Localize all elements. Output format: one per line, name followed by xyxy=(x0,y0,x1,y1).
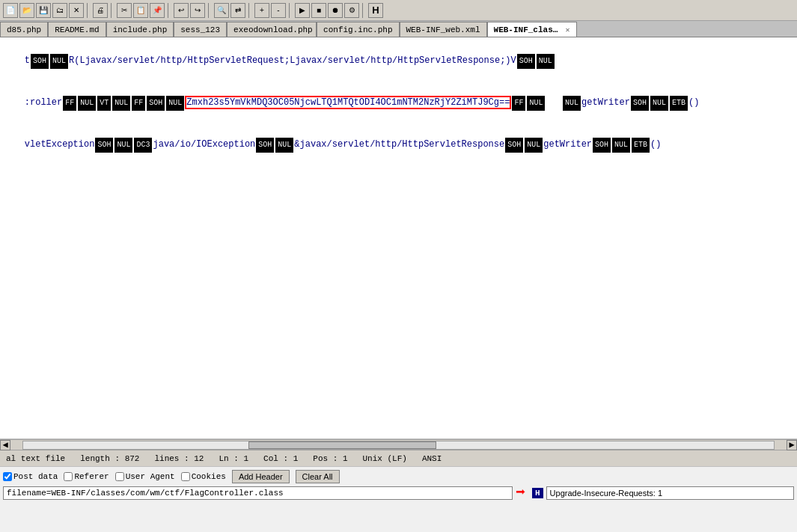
badge-dc3-1: DC3 xyxy=(134,138,152,153)
statusbar: al text file length : 872 lines : 12 Ln … xyxy=(0,450,797,466)
badge-soh-6: SOH xyxy=(256,138,274,153)
badge-etb-1: ETB xyxy=(670,96,688,111)
badge-nul-1: NUL xyxy=(50,54,68,69)
cookies-checkbox-label[interactable]: Cookies xyxy=(181,472,226,481)
toolbar: 📄 📂 💾 🗂 ✕ 🖨 ✂ 📋 📌 ↩ ↪ 🔍 ⇄ + - ▶ ■ ⏺ ⚙ H xyxy=(0,0,797,21)
cookies-checkbox[interactable] xyxy=(181,472,190,481)
file-type-status: al text file xyxy=(6,454,65,463)
badge-soh-3: SOH xyxy=(147,96,165,111)
badge-soh-7: SOH xyxy=(505,138,523,153)
badge-nul-4: NUL xyxy=(112,96,130,111)
paste-button[interactable]: 📌 xyxy=(150,3,165,18)
open-button[interactable]: 📂 xyxy=(19,3,34,18)
badge-nul-5: NUL xyxy=(166,96,184,111)
header-type-badge: H xyxy=(532,488,543,498)
tab-exeo[interactable]: exeodownload.php xyxy=(227,22,317,37)
scroll-right-button[interactable]: ▶ xyxy=(787,440,797,450)
badge-etb-2: ETB xyxy=(632,138,650,153)
filename-input-group: ⮕ xyxy=(3,486,526,500)
separator5 xyxy=(248,3,251,18)
post-data-checkbox[interactable] xyxy=(3,472,12,481)
tab-close-icon[interactable]: ✕ xyxy=(566,25,570,34)
submit-arrow-icon[interactable]: ⮕ xyxy=(516,487,526,499)
encoding-status: ANSI xyxy=(422,454,442,463)
badge-nul-7: NUL xyxy=(563,96,581,111)
bottom-inputs: ⮕ H xyxy=(3,486,794,500)
find-button[interactable]: 🔍 xyxy=(214,3,229,18)
save-button[interactable]: 💾 xyxy=(36,3,51,18)
badge-ff-3: FF xyxy=(512,96,525,111)
user-agent-checkbox[interactable] xyxy=(115,472,124,481)
zoom-out-button[interactable]: - xyxy=(271,3,286,18)
zoom-in-button[interactable]: + xyxy=(254,3,269,18)
scroll-track[interactable] xyxy=(22,441,775,450)
scroll-left-button[interactable]: ◀ xyxy=(0,440,10,450)
horizontal-scrollbar[interactable]: ◀ ▶ xyxy=(0,439,797,450)
post-data-checkbox-label[interactable]: Post data xyxy=(3,472,58,481)
new-button[interactable]: 📄 xyxy=(3,3,18,18)
editor[interactable]: tSOHNULR(Ljavax/servlet/http/HttpServlet… xyxy=(0,37,797,439)
badge-nul-8: NUL xyxy=(650,96,668,111)
badge-vt-1: VT xyxy=(97,96,111,111)
scroll-thumb[interactable] xyxy=(248,441,436,449)
cut-button[interactable]: ✂ xyxy=(117,3,132,18)
encoded-highlight: Zmxh23s5YmVkMDQ3OC05NjcwLTQ1MTQtODI4OC1m… xyxy=(185,96,511,109)
header-value-input[interactable] xyxy=(546,486,794,500)
tab-webxml[interactable]: WEB-INF_web.xml xyxy=(400,22,487,37)
tab-sess[interactable]: sess_123 xyxy=(174,22,227,37)
badge-ff-1: FF xyxy=(63,96,76,111)
separator7 xyxy=(362,3,365,18)
header-group: H xyxy=(532,486,794,500)
ln-status: Ln : 1 xyxy=(219,454,248,463)
copy-button[interactable]: 📋 xyxy=(133,3,148,18)
separator4 xyxy=(208,3,211,18)
save-all-button[interactable]: 🗂 xyxy=(52,3,67,18)
add-header-button[interactable]: Add Header xyxy=(232,470,290,483)
settings-button[interactable]: ⚙ xyxy=(344,3,359,18)
filename-input[interactable] xyxy=(3,486,513,500)
badge-nul-2: NUL xyxy=(537,54,555,69)
badge-nul-6: NUL xyxy=(527,96,545,111)
run-button[interactable]: ▶ xyxy=(295,3,310,18)
badge-soh-1: SOH xyxy=(31,54,49,69)
tab-flagcontroller[interactable]: WEB-INF_classes_com_wm_ctf_FlagControlle… xyxy=(487,22,577,37)
badge-nul-3: NUL xyxy=(78,96,96,111)
badge-nul-9: NUL xyxy=(114,138,132,153)
user-agent-checkbox-label[interactable]: User Agent xyxy=(115,472,175,481)
close-button[interactable]: ✕ xyxy=(69,3,84,18)
separator6 xyxy=(289,3,292,18)
print-button[interactable]: 🖨 xyxy=(93,3,108,18)
tab-config[interactable]: config.inc.php xyxy=(317,22,399,37)
clear-all-button[interactable]: Clear All xyxy=(296,470,340,483)
redo-button[interactable]: ↪ xyxy=(190,3,205,18)
undo-button[interactable]: ↩ xyxy=(174,3,189,18)
lines-status: lines : 12 xyxy=(154,454,204,463)
badge-soh-4: SOH xyxy=(631,96,649,111)
badge-soh-5: SOH xyxy=(95,138,113,153)
badge-nul-10: NUL xyxy=(275,138,293,153)
pos-status: Pos : 1 xyxy=(313,454,347,463)
separator3 xyxy=(168,3,171,18)
badge-soh-2: SOH xyxy=(517,54,535,69)
tabbar: d85.php README.md include.php sess_123 e… xyxy=(0,21,797,37)
bottom-controls: Post data Referer User Agent Cookies Add… xyxy=(3,470,794,483)
badge-ff-2: FF xyxy=(132,96,145,111)
badge-soh-8: SOH xyxy=(593,138,611,153)
help-button[interactable]: H xyxy=(368,3,383,18)
separator1 xyxy=(87,3,90,18)
separator2 xyxy=(111,3,114,18)
tab-include[interactable]: include.php xyxy=(106,22,174,37)
code-line-2: :rollerFFNULVTNULFFSOHNULZmxh23s5YmVkMDQ… xyxy=(3,82,794,124)
referer-checkbox[interactable] xyxy=(64,472,73,481)
badge-nul-11: NUL xyxy=(525,138,543,153)
tab-d85[interactable]: d85.php xyxy=(0,22,48,37)
bottom-panel: Post data Referer User Agent Cookies Add… xyxy=(0,466,797,526)
code-line-3: vletExceptionSOHNULDC3java/io/IOExceptio… xyxy=(3,124,794,166)
referer-checkbox-label[interactable]: Referer xyxy=(64,472,109,481)
replace-button[interactable]: ⇄ xyxy=(230,3,245,18)
length-status: length : 872 xyxy=(80,454,139,463)
code-line-1: tSOHNULR(Ljavax/servlet/http/HttpServlet… xyxy=(3,40,794,82)
tab-readme[interactable]: README.md xyxy=(48,22,106,37)
record-button[interactable]: ⏺ xyxy=(328,3,343,18)
stop-button[interactable]: ■ xyxy=(311,3,326,18)
